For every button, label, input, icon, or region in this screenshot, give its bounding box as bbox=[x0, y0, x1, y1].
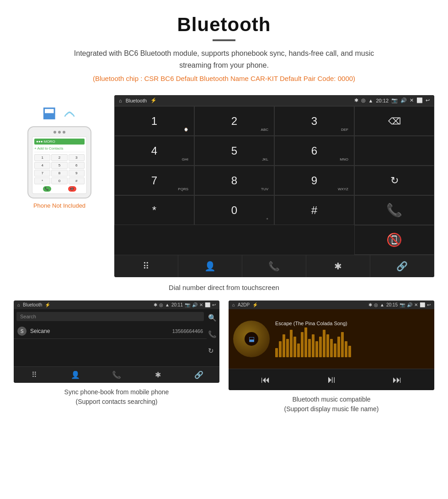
pb-win-icon: ⬜ bbox=[205, 302, 210, 307]
dial-label-9: 9 bbox=[311, 174, 317, 187]
music-bar bbox=[337, 337, 340, 357]
signal-waves-svg bbox=[60, 104, 77, 121]
dial-sub-9: WXYZ bbox=[338, 187, 348, 191]
dial-refresh-cell: ↻ bbox=[354, 166, 434, 195]
music-win-icon: ⬜ bbox=[420, 302, 425, 307]
dial-label-2: 2 bbox=[231, 115, 237, 128]
music-caption-line1: Bluetooth music compatible bbox=[292, 396, 370, 403]
dial-key-3[interactable]: 3 DEF bbox=[274, 106, 354, 136]
pb-refresh-icon[interactable]: ↻ bbox=[208, 347, 217, 355]
call-icon[interactable]: 📞 bbox=[386, 203, 402, 218]
dial-key-6[interactable]: 6 MNO bbox=[274, 136, 354, 166]
dial-sub-3: DEF bbox=[341, 128, 348, 132]
dial-key-hash[interactable]: # bbox=[274, 195, 354, 225]
dial-key-0[interactable]: 0 + bbox=[194, 195, 274, 225]
dial-key-1[interactable]: 1 ⌚ bbox=[114, 106, 194, 136]
music-album-art: ⬓ bbox=[233, 321, 270, 357]
pb-search-bar[interactable]: Search bbox=[16, 312, 204, 321]
main-content: ⬓ ●●● MORO + Add to Contacts 1 bbox=[0, 95, 448, 277]
dial-sub-7: PQRS bbox=[178, 187, 188, 191]
dial-key-4[interactable]: 4 GHI bbox=[114, 136, 194, 166]
phone-dot-1 bbox=[53, 131, 56, 134]
music-bar bbox=[301, 332, 304, 357]
bluetooth-status-icon: ✱ bbox=[354, 97, 358, 103]
music-bar bbox=[283, 334, 285, 357]
phone-key-5: 5 bbox=[51, 162, 67, 169]
music-bar bbox=[293, 337, 296, 357]
pb-call-icon[interactable]: 📞 bbox=[208, 330, 217, 338]
car-tab-dialpad[interactable]: ⠿ bbox=[114, 255, 178, 277]
music-bar bbox=[348, 346, 351, 357]
phone-dot-2 bbox=[58, 131, 61, 134]
pb-search-icon[interactable]: 🔍 bbox=[208, 314, 217, 322]
pb-search-placeholder: Search bbox=[20, 314, 36, 319]
dial-cell-empty-2 bbox=[354, 136, 434, 166]
pb-tab-bluetooth[interactable]: ✱ bbox=[137, 367, 178, 383]
pb-tab-phone[interactable]: 📞 bbox=[96, 367, 137, 383]
music-album-inner: ⬓ bbox=[245, 332, 258, 346]
phone-not-included-label: Phone Not Included bbox=[33, 202, 85, 209]
music-caption: Bluetooth music compatible (Support disp… bbox=[284, 395, 379, 414]
music-bar bbox=[297, 343, 300, 357]
music-item: ⌂ A2DP ⚡ ✱ ◎ ▲ 20:15 📷 🔊 ✕ ⬜ ↩ bbox=[229, 300, 434, 414]
dial-key-star[interactable]: * bbox=[114, 195, 194, 225]
phone-keypad: 1 2 3 4 5 6 7 8 9 * 0 # bbox=[34, 154, 85, 184]
music-next-button[interactable]: ⏭ bbox=[393, 375, 402, 385]
pb-tab-dialpad[interactable]: ⠿ bbox=[14, 367, 55, 383]
phone-key-star: * bbox=[34, 177, 50, 184]
music-bar bbox=[345, 341, 347, 357]
title-divider bbox=[213, 39, 235, 41]
dial-key-9[interactable]: 9 WXYZ bbox=[274, 166, 354, 195]
music-bt-logo: ⬓ bbox=[249, 335, 255, 343]
dial-sub-1: ⌚ bbox=[184, 128, 188, 132]
music-app-name: A2DP bbox=[238, 302, 250, 307]
refresh-icon[interactable]: ↻ bbox=[390, 175, 399, 187]
car-tab-bluetooth[interactable]: ✱ bbox=[306, 255, 370, 277]
music-bar bbox=[326, 334, 329, 357]
pb-empty-space bbox=[14, 339, 207, 366]
music-play-button[interactable]: ⏯ bbox=[326, 374, 336, 386]
phone-key-1: 1 bbox=[34, 154, 50, 161]
dialpad-caption: Dial number direct from touchscreen bbox=[0, 284, 448, 291]
music-bt-icon: ✱ bbox=[368, 302, 372, 307]
car-tab-phone[interactable]: 📞 bbox=[242, 255, 306, 277]
dial-key-5[interactable]: 5 JKL bbox=[194, 136, 274, 166]
music-bar bbox=[330, 339, 333, 357]
phonebook-caption-line2: (Support contacts searching) bbox=[76, 398, 158, 405]
music-bar bbox=[275, 348, 278, 357]
music-bar bbox=[279, 341, 282, 357]
pb-usb-icon: ⚡ bbox=[45, 302, 50, 307]
page-title: Bluetooth bbox=[27, 14, 421, 36]
pb-tab-link[interactable]: 🔗 bbox=[178, 367, 219, 383]
signal-icon: ▲ bbox=[368, 98, 373, 103]
phone-add-contact: + Add to Contacts bbox=[34, 146, 85, 152]
dial-key-8[interactable]: 8 TUV bbox=[194, 166, 274, 195]
pb-contact-row: S Seicane 13566664466 bbox=[14, 324, 207, 339]
backspace-icon[interactable]: ⌫ bbox=[388, 116, 401, 127]
dial-key-7[interactable]: 7 PQRS bbox=[114, 166, 194, 195]
music-caption-line2: (Support display music file name) bbox=[284, 405, 379, 413]
music-song-title: Escape (The Pina Colada Song) bbox=[275, 321, 430, 326]
phone-mockup: ●●● MORO + Add to Contacts 1 2 3 4 5 6 7… bbox=[27, 126, 91, 199]
phone-key-7: 7 bbox=[34, 170, 50, 177]
dialpad-grid: 1 ⌚ 2 ABC 3 DEF ⌫ 4 GHI 5 JKL bbox=[114, 106, 434, 255]
dial-label-0: 0 bbox=[231, 204, 237, 217]
car-tab-link[interactable]: 🔗 bbox=[370, 255, 434, 277]
dial-label-7: 7 bbox=[151, 174, 157, 187]
pb-tab-bar: ⠿ 👤 📞 ✱ 🔗 bbox=[14, 366, 219, 383]
page-header: Bluetooth Integrated with BC6 Bluetooth … bbox=[0, 0, 448, 95]
music-content-area: ⬓ Escape (The Pina Colada Song) bbox=[229, 309, 434, 369]
music-status-bar: ⌂ A2DP ⚡ ✱ ◎ ▲ 20:15 📷 🔊 ✕ ⬜ ↩ bbox=[229, 300, 434, 309]
dial-key-2[interactable]: 2 ABC bbox=[194, 106, 274, 136]
music-bar bbox=[308, 339, 311, 357]
pb-contact-initial: S bbox=[17, 327, 27, 336]
music-status-right: ✱ ◎ ▲ 20:15 📷 🔊 ✕ ⬜ ↩ bbox=[368, 302, 431, 307]
pb-time: 20:11 bbox=[171, 302, 183, 307]
hangup-icon[interactable]: 📵 bbox=[386, 232, 402, 247]
pb-right-icons: 🔍 📞 ↻ bbox=[208, 314, 217, 355]
car-tab-contacts[interactable]: 👤 bbox=[178, 255, 242, 277]
car-status-left: ⌂ Bluetooth ⚡ bbox=[119, 97, 157, 103]
pb-tab-contacts[interactable]: 👤 bbox=[55, 367, 96, 383]
car-status-bar: ⌂ Bluetooth ⚡ ✱ ◎ ▲ 20:12 📷 🔊 ✕ ⬜ ↩ bbox=[114, 95, 434, 106]
music-prev-button[interactable]: ⏮ bbox=[261, 375, 270, 385]
